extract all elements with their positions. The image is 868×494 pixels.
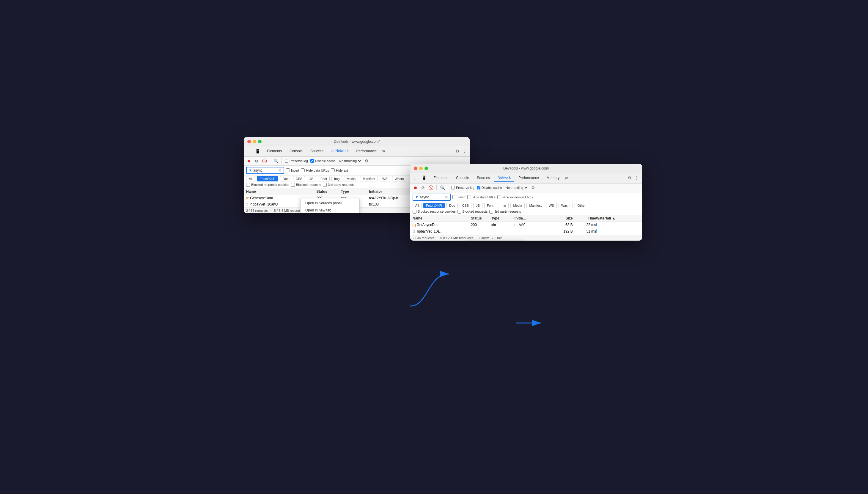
- hide-data-urls-2[interactable]: Hide data URLs: [467, 195, 495, 199]
- filter-media-2[interactable]: Media: [510, 203, 525, 208]
- filter-img-2[interactable]: Img: [498, 203, 509, 208]
- tab-elements-2[interactable]: Elements: [430, 174, 452, 182]
- record-button-1[interactable]: ⏺: [246, 158, 252, 164]
- tab-network-1[interactable]: ⚠ Network: [328, 147, 352, 155]
- scene: DevTools - www.google.com/ ⬚ 📱 Elements …: [226, 128, 642, 366]
- filter-css-1[interactable]: CSS: [293, 176, 305, 182]
- more-menu-icon-1[interactable]: ⋮: [461, 148, 467, 154]
- blocked-requests-2[interactable]: Blocked requests: [457, 210, 488, 213]
- invert-checkbox-1[interactable]: Invert: [286, 168, 299, 172]
- preserve-log-checkbox-2[interactable]: [451, 186, 455, 189]
- filter-fetchxhr-1[interactable]: Fetch/XHR: [257, 176, 278, 182]
- maximize-button-2[interactable]: [425, 167, 428, 170]
- filter-all-1[interactable]: All: [246, 176, 255, 182]
- tab-console-1[interactable]: Console: [286, 147, 306, 155]
- third-party-2[interactable]: 3rd-party requests: [489, 210, 521, 213]
- hide-ext-1[interactable]: Hide ext: [331, 168, 348, 172]
- row-name-2a: x GetAsyncData: [413, 223, 471, 227]
- col-type-header-2: Type: [491, 216, 514, 221]
- sep-1-2: [436, 185, 437, 190]
- clear-button-1[interactable]: 🚫: [262, 158, 267, 164]
- clear-button-2[interactable]: 🚫: [428, 185, 433, 190]
- filter-ws-1[interactable]: WS: [380, 176, 390, 182]
- close-button-2[interactable]: [414, 167, 417, 170]
- waterfall-bar-2b: [596, 229, 597, 233]
- search-toolbar-btn-1[interactable]: 🔍: [273, 158, 278, 164]
- filter-font-2[interactable]: Font: [484, 203, 496, 208]
- hide-data-urls-1[interactable]: Hide data URLs: [301, 168, 329, 172]
- tab-performance-1[interactable]: Performance: [353, 147, 380, 155]
- more-menu-icon-2[interactable]: ⋮: [634, 175, 640, 181]
- tab-performance-2[interactable]: Performance: [515, 174, 542, 182]
- request-count-1: 2 / 55 requests: [246, 209, 268, 212]
- blocked-cookies-1[interactable]: Blocked response cookies: [246, 183, 289, 187]
- filter-doc-1[interactable]: Doc: [280, 176, 291, 182]
- tab-more-2[interactable]: ≫: [564, 175, 570, 181]
- disable-cache-checkbox-2[interactable]: [477, 186, 480, 189]
- ctx-open-tab-1[interactable]: Open in new tab: [300, 207, 359, 213]
- stop-button-2[interactable]: ⊘: [420, 185, 426, 190]
- filter-font-1[interactable]: Font: [318, 176, 330, 182]
- filter-manifest-1[interactable]: Manifest: [360, 176, 378, 182]
- filter-img-1[interactable]: Img: [332, 176, 342, 182]
- tab-sources-1[interactable]: Sources: [307, 147, 327, 155]
- filter-all-2[interactable]: All: [413, 203, 421, 208]
- device-icon[interactable]: 📱: [254, 148, 260, 154]
- network-settings-2[interactable]: ⚙: [531, 185, 536, 190]
- settings-icon-2[interactable]: ⚙: [627, 175, 633, 181]
- filter-other-2[interactable]: Other: [575, 203, 588, 208]
- throttle-select-1[interactable]: No throttling: [338, 159, 362, 163]
- table-row-2b[interactable]: □ hpba?vet=10a... 192 B 51 ms: [410, 228, 642, 235]
- filter-js-2[interactable]: JS: [473, 203, 482, 208]
- minimize-button-2[interactable]: [419, 167, 423, 170]
- tab-elements-1[interactable]: Elements: [263, 147, 285, 155]
- preserve-log-label-2[interactable]: Preserve log: [451, 186, 474, 189]
- filter-doc-2[interactable]: Doc: [447, 203, 458, 208]
- inspect-icon-2[interactable]: ⬚: [413, 175, 418, 181]
- filter-js-1[interactable]: JS: [307, 176, 316, 182]
- ctx-open-sources-1[interactable]: Open in Sources panel: [300, 200, 359, 207]
- minimize-button-1[interactable]: [253, 140, 256, 144]
- filter-media-1[interactable]: Media: [344, 176, 358, 182]
- tab-network-2[interactable]: Network: [494, 174, 514, 182]
- stop-button-1[interactable]: ⊘: [254, 158, 259, 164]
- tab-memory-2[interactable]: Memory: [543, 174, 563, 182]
- tab-sources-2[interactable]: Sources: [473, 174, 493, 182]
- inspect-icon[interactable]: ⬚: [246, 148, 252, 154]
- search-input-1[interactable]: [253, 168, 277, 172]
- disable-cache-label-2[interactable]: Disable cache: [477, 186, 502, 189]
- preserve-log-checkbox-1[interactable]: [285, 159, 288, 163]
- filter-manifest-2[interactable]: Manifest: [527, 203, 544, 208]
- table-row-2a[interactable]: x GetAsyncData 200 xhr m-AA0 68 B 22 ms: [410, 222, 642, 228]
- blocked-cookies-2[interactable]: Blocked response cookies: [413, 210, 456, 213]
- tab-more-1[interactable]: ≫: [381, 148, 387, 154]
- disable-cache-label-1[interactable]: Disable cache: [310, 159, 336, 163]
- blocked-requests-1[interactable]: Blocked requests: [291, 183, 321, 187]
- tab-console-2[interactable]: Console: [452, 174, 473, 182]
- throttle-select-2[interactable]: No throttling: [505, 186, 528, 190]
- filter-css-2[interactable]: CSS: [459, 203, 472, 208]
- invert-checkbox-2[interactable]: Invert: [452, 195, 466, 199]
- filter-row2-2: Blocked response cookies Blocked request…: [410, 209, 642, 215]
- record-button-2[interactable]: ⏺: [413, 185, 418, 190]
- clear-search-1[interactable]: ✕: [278, 168, 282, 173]
- clear-search-2[interactable]: ✕: [445, 195, 448, 200]
- filter-wasm-2[interactable]: Wasm: [558, 203, 573, 208]
- device-icon-2[interactable]: 📱: [421, 175, 427, 181]
- third-party-1[interactable]: 3rd-party requests: [323, 183, 354, 187]
- filter-ws-2[interactable]: WS: [546, 203, 557, 208]
- hide-ext-2[interactable]: Hide extension URLs: [497, 195, 533, 199]
- resource-size-2: 5 B / 2.4 MB resources: [440, 236, 474, 240]
- maximize-button-1[interactable]: [258, 140, 262, 144]
- col-size-header-2: Size: [549, 216, 573, 221]
- settings-icon-1[interactable]: ⚙: [454, 148, 460, 154]
- disable-cache-checkbox-1[interactable]: [310, 159, 314, 163]
- context-menu-1: Open in Sources panel Open in new tab Cl…: [300, 198, 360, 213]
- search-toolbar-btn-2[interactable]: 🔍: [440, 185, 445, 190]
- close-button-1[interactable]: [247, 140, 251, 144]
- filter-wasm-1[interactable]: Wasm: [392, 176, 407, 182]
- search-input-2[interactable]: [420, 195, 443, 199]
- preserve-log-label-1[interactable]: Preserve log: [285, 159, 308, 163]
- network-settings-1[interactable]: ⚙: [364, 158, 370, 164]
- filter-fetchxhr-2[interactable]: Fetch/XHR: [423, 203, 445, 208]
